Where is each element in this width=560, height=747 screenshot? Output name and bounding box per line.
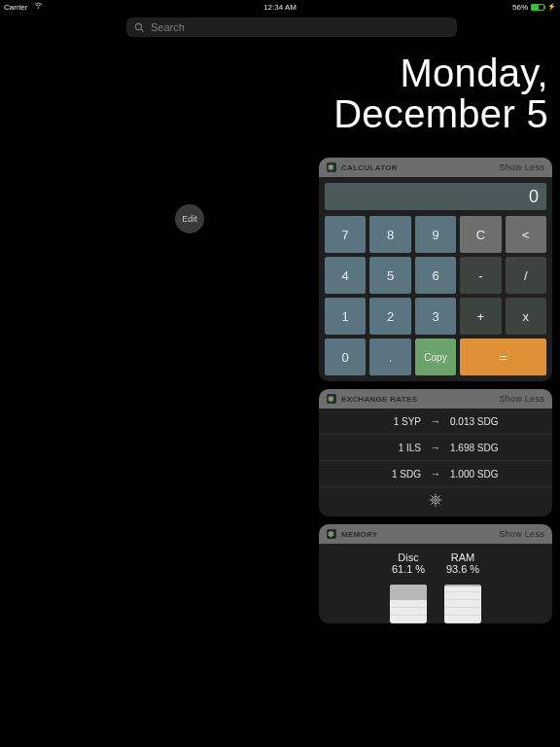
calculator-display-value: 0 bbox=[529, 187, 539, 207]
gear-icon bbox=[429, 493, 442, 507]
svg-line-9 bbox=[431, 495, 432, 496]
memory-disc-value: 61.1 % bbox=[392, 563, 425, 575]
arrow-right-icon: → bbox=[425, 468, 446, 480]
memory-ram-label: RAM bbox=[451, 551, 474, 563]
exchange-from: 1 ILS bbox=[327, 443, 425, 453]
svg-point-4 bbox=[435, 499, 438, 502]
carrier-label: Carrier bbox=[4, 3, 27, 12]
memory-ram-used-fill bbox=[444, 585, 481, 587]
key-clear[interactable]: C bbox=[460, 216, 501, 253]
key-8[interactable]: 8 bbox=[369, 216, 410, 253]
memory-showless-button[interactable]: Show Less bbox=[499, 529, 544, 539]
svg-line-12 bbox=[438, 495, 439, 496]
exchange-header: ✱ EXCHANGE RATES Show Less bbox=[319, 389, 552, 409]
date-monthday: December 5 bbox=[333, 93, 548, 134]
key-copy[interactable]: Copy bbox=[415, 338, 456, 375]
memory-disc-label: Disc bbox=[398, 551, 418, 563]
memory-widget: ✱ MEMORY Show Less Disc 61.1 % RAM 93.6 … bbox=[319, 524, 552, 623]
memory-ram-value: 93.6 % bbox=[446, 563, 479, 575]
exchange-row: 1 ILS → 1.698 SDG bbox=[319, 434, 552, 460]
key-plus[interactable]: + bbox=[460, 298, 501, 335]
search-placeholder: Search bbox=[151, 21, 185, 33]
key-1[interactable]: 1 bbox=[325, 298, 366, 335]
exchange-title: EXCHANGE RATES bbox=[341, 395, 417, 404]
lockscreen-date: Monday, December 5 bbox=[333, 53, 548, 134]
status-bar: Carrier 12:34 AM 56% ⚡ bbox=[0, 0, 560, 14]
exchange-showless-button[interactable]: Show Less bbox=[499, 394, 544, 404]
status-left: Carrier bbox=[4, 2, 43, 12]
key-0[interactable]: 0 bbox=[325, 338, 366, 375]
calculator-widget: ✱ CALCULATOR Show Less 0 7 8 9 C < 4 5 6… bbox=[319, 158, 552, 381]
key-7[interactable]: 7 bbox=[325, 216, 366, 253]
calculator-header: ✱ CALCULATOR Show Less bbox=[319, 158, 552, 177]
svg-line-10 bbox=[438, 503, 439, 504]
key-9[interactable]: 9 bbox=[415, 216, 456, 253]
arrow-right-icon: → bbox=[425, 415, 446, 427]
search-icon bbox=[134, 22, 145, 33]
key-multiply[interactable]: x bbox=[506, 298, 546, 335]
exchange-to: 1.698 SDG bbox=[446, 443, 544, 453]
svg-point-3 bbox=[433, 497, 439, 504]
memory-title: MEMORY bbox=[341, 530, 378, 539]
exchange-from: 1 SYP bbox=[327, 416, 425, 427]
key-dot[interactable]: . bbox=[369, 338, 410, 375]
key-3[interactable]: 3 bbox=[415, 298, 456, 335]
memory-header: ✱ MEMORY Show Less bbox=[319, 524, 552, 544]
charging-icon: ⚡ bbox=[547, 3, 556, 11]
key-2[interactable]: 2 bbox=[369, 298, 410, 335]
memory-col-disc: Disc 61.1 % bbox=[390, 551, 427, 623]
exchange-to: 0.013 SDG bbox=[446, 416, 544, 427]
key-6[interactable]: 6 bbox=[415, 257, 456, 294]
svg-point-1 bbox=[135, 23, 141, 29]
key-minus[interactable]: - bbox=[460, 257, 501, 294]
svg-point-0 bbox=[37, 7, 39, 9]
exchange-row: 1 SYP → 0.013 SDG bbox=[319, 409, 552, 434]
status-time: 12:34 AM bbox=[263, 3, 297, 12]
key-4[interactable]: 4 bbox=[325, 257, 366, 294]
calculator-title: CALCULATOR bbox=[341, 163, 398, 172]
exchange-settings-button[interactable] bbox=[319, 486, 552, 513]
memory-body: Disc 61.1 % RAM 93.6 % bbox=[319, 544, 552, 623]
status-right: 56% ⚡ bbox=[512, 3, 556, 12]
exchange-row: 1 SDG → 1.000 SDG bbox=[319, 460, 552, 486]
memory-disc-used-fill bbox=[390, 585, 427, 600]
key-divide[interactable]: / bbox=[506, 257, 546, 294]
key-backspace[interactable]: < bbox=[506, 216, 546, 253]
battery-percent: 56% bbox=[512, 3, 528, 12]
widgets-column: ✱ CALCULATOR Show Less 0 7 8 9 C < 4 5 6… bbox=[319, 158, 552, 623]
battery-icon bbox=[531, 4, 544, 11]
date-weekday: Monday, bbox=[333, 53, 548, 93]
search-bar[interactable]: Search bbox=[126, 18, 457, 37]
memory-app-icon: ✱ bbox=[327, 529, 336, 539]
key-5[interactable]: 5 bbox=[369, 257, 410, 294]
exchange-app-icon: ✱ bbox=[327, 394, 336, 404]
exchange-widget: ✱ EXCHANGE RATES Show Less 1 SYP → 0.013… bbox=[319, 389, 552, 516]
calculator-showless-button[interactable]: Show Less bbox=[499, 162, 544, 172]
memory-disc-bar bbox=[390, 585, 427, 623]
exchange-to: 1.000 SDG bbox=[446, 469, 544, 480]
calculator-keypad: 7 8 9 C < 4 5 6 - / 1 2 3 + x 0 . Copy = bbox=[325, 216, 546, 375]
svg-line-11 bbox=[431, 503, 432, 504]
memory-ram-bar bbox=[444, 585, 481, 623]
calculator-display: 0 bbox=[325, 183, 546, 210]
calculator-app-icon: ✱ bbox=[327, 162, 336, 172]
svg-line-2 bbox=[141, 29, 143, 31]
arrow-right-icon: → bbox=[425, 442, 446, 453]
exchange-from: 1 SDG bbox=[327, 469, 425, 480]
exchange-body: 1 SYP → 0.013 SDG 1 ILS → 1.698 SDG 1 SD… bbox=[319, 409, 552, 516]
edit-button[interactable]: Edit bbox=[175, 204, 204, 233]
edit-label: Edit bbox=[182, 214, 197, 224]
memory-col-ram: RAM 93.6 % bbox=[444, 551, 481, 623]
key-equals[interactable]: = bbox=[460, 338, 546, 375]
wifi-icon bbox=[34, 3, 43, 12]
